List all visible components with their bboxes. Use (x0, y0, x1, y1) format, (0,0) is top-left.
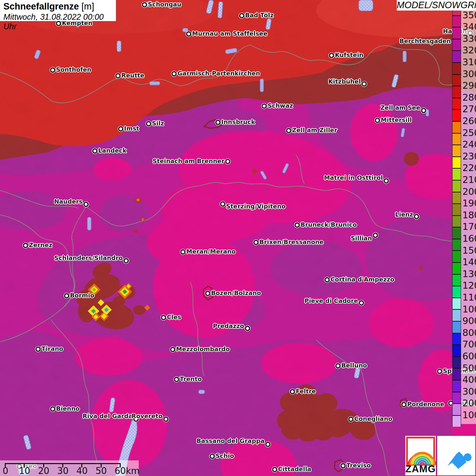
city-dot (336, 363, 341, 369)
city-dot (266, 442, 271, 447)
city-label: Reutte (121, 72, 144, 79)
legend-color-segment (453, 368, 461, 380)
legend-tick-label: 3500 (462, 10, 476, 20)
city-label: Zernez (29, 242, 52, 249)
city-dot (295, 223, 300, 228)
legend-color-segment (453, 86, 461, 98)
legend-tick-label: 500 (462, 362, 476, 373)
legend-tick-label: 2500 (462, 127, 476, 138)
city-label: Mittersill (381, 117, 412, 123)
city-dot (414, 214, 419, 219)
city-dot (170, 347, 175, 352)
city-dot (239, 13, 244, 18)
scalebar-label: 10 (19, 466, 30, 476)
city-dot (64, 293, 69, 299)
city-dot (84, 202, 89, 207)
city-label: Rovereto (132, 413, 163, 420)
city-label: Brixen/Bressanone (259, 239, 324, 245)
legend-color-segment (453, 98, 461, 109)
city-dot (375, 118, 380, 123)
legend-tick-label: 2000 (462, 186, 476, 197)
legend-tick-label: 3400 (462, 21, 476, 32)
scalebar: 0102030405060km (0, 460, 139, 476)
city-dot (437, 369, 442, 374)
legend-color-segment (453, 262, 461, 274)
legend-tick-label: 1200 (462, 280, 476, 291)
city-dot (362, 82, 367, 87)
city-dot (186, 32, 191, 37)
city-label: Silz (152, 120, 164, 127)
city-label: Bad Tölz (245, 12, 274, 19)
city-label: Schlanders/Silandro (54, 255, 123, 261)
city-dot (23, 243, 28, 248)
legend-color-segment (453, 39, 461, 51)
model-label: MODEL/SNOWGRiD (397, 0, 476, 11)
legend-color-segment (453, 133, 461, 145)
city-dot (373, 233, 378, 238)
zamg-logo: ZAMG (405, 436, 436, 475)
legend-tick-label: 900 (462, 316, 476, 326)
legend-color-segment (453, 192, 461, 204)
legend-tick-label: 3100 (462, 57, 476, 67)
city-label: Schongau (148, 1, 181, 8)
city-label: Imst (124, 125, 139, 132)
city-label: Zell am See (380, 104, 420, 111)
legend-tick-label: 1000 (462, 304, 476, 314)
city-dot (329, 53, 334, 58)
city-dot (50, 407, 55, 412)
city-label: Treviso (346, 462, 371, 469)
city-dot (210, 454, 215, 459)
legend-color-segment (453, 15, 461, 27)
legend-tick-label: 1500 (462, 245, 476, 255)
legend-color-segment (453, 203, 461, 215)
city-label: Bozen/Bolzano (211, 290, 261, 296)
legend-color-segment (453, 144, 461, 156)
legend-tick-label: 2600 (462, 116, 476, 126)
legend-tick-label: 700 (462, 339, 476, 350)
legend-color-segment (453, 356, 461, 368)
legend-tick-label: 1100 (462, 292, 476, 303)
legend-color-segment (453, 74, 461, 86)
legend-tick-label: 300 (462, 386, 476, 396)
city-dot (290, 389, 295, 394)
legend-color-segment (453, 62, 461, 74)
city-label: Belluno (341, 362, 367, 369)
city-label: Innsbruck (221, 119, 255, 125)
scalebar-label: 30 (57, 466, 68, 476)
title-datetime: Mittwoch, 31.08.2022 00:00 Uhr (3, 12, 113, 31)
city-label: Kufstein (335, 52, 363, 58)
mountain-cloud-icon (437, 436, 475, 475)
city-label: Lienz (395, 211, 413, 218)
city-label: Sillian (351, 235, 372, 242)
city-label: Pieve di Cadore (305, 298, 358, 304)
city-label: Kitzbühel (328, 78, 361, 85)
legend-color-segment (453, 121, 461, 133)
city-label: Bassano del Grappa (197, 438, 265, 444)
city-dot (348, 417, 354, 422)
legend-tick-label: 1600 (462, 233, 476, 244)
legend-color-segment (453, 415, 461, 427)
page-title: Schneefallgrenze [m] (3, 1, 113, 12)
city-dot (341, 463, 346, 469)
city-label: Schwaz (268, 102, 293, 109)
city-label: Tirano (41, 345, 63, 352)
legend-color-segment (453, 27, 461, 39)
zamg-rainbow-icon (405, 436, 436, 466)
city-dot (92, 149, 98, 154)
legend-color-segment (453, 403, 461, 415)
city-label: Bormio (70, 292, 94, 299)
legend-tick-label: 2100 (462, 174, 476, 185)
partner-logo (437, 436, 475, 475)
legend-tick-label: 2200 (462, 163, 476, 173)
city-dot (220, 202, 225, 207)
legend-tick-label: 2800 (462, 92, 476, 102)
legend-tick-label: 2700 (462, 104, 476, 114)
scalebar-label: 40 (76, 466, 88, 476)
legend-tick-label: 2300 (462, 151, 476, 161)
city-dot (172, 71, 177, 76)
title-box: Schneefallgrenze [m] Mittwoch, 31.08.202… (0, 0, 116, 21)
legend-tick-label: 1900 (462, 198, 476, 208)
city-label: Cittadella (278, 466, 311, 473)
legend-color-segment (453, 309, 461, 321)
city-label: Mezzolombardo (176, 346, 230, 353)
